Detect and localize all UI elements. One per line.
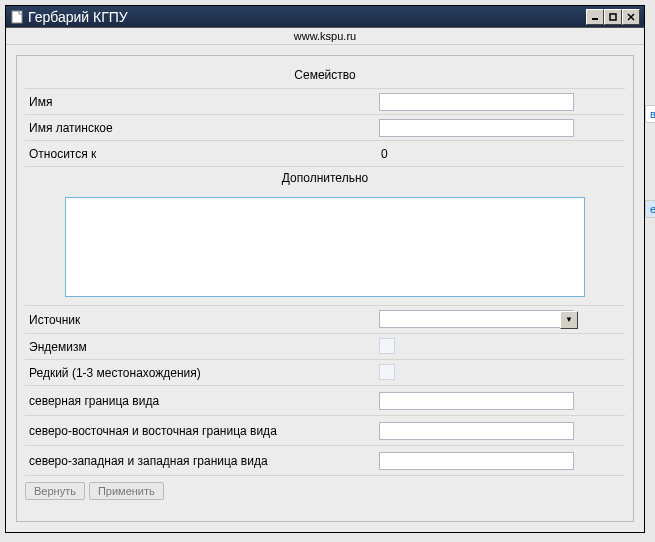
value-belongs: 0 xyxy=(379,147,388,161)
label-northeast: северо-восточная и восточная граница вид… xyxy=(25,424,375,438)
row-north: северная граница вида xyxy=(25,386,625,416)
input-name[interactable] xyxy=(379,93,574,111)
app-window: Гербарий КГПУ www.kspu.ru Семейство Имя … xyxy=(5,5,645,533)
minimize-button[interactable] xyxy=(586,9,604,25)
label-north: северная граница вида xyxy=(25,394,375,408)
row-endemism: Эндемизм xyxy=(25,334,625,360)
section-header-additional: Дополнительно xyxy=(25,167,625,191)
background-fragment: ва xyxy=(645,105,655,123)
row-northwest: северо-западная и западная граница вида xyxy=(25,446,625,476)
subtitle-bar: www.kspu.ru xyxy=(6,28,644,45)
checkbox-endemism[interactable] xyxy=(379,338,395,354)
label-name: Имя xyxy=(25,95,375,109)
section-header-family: Семейство xyxy=(25,64,625,89)
row-belongs: Относится к 0 xyxy=(25,141,625,167)
input-north[interactable] xyxy=(379,392,574,410)
textarea-additional[interactable] xyxy=(65,197,585,297)
form-frame: Семейство Имя Имя латинское Относится к … xyxy=(16,55,634,522)
label-rare: Редкий (1-3 местонахождения) xyxy=(25,366,375,380)
label-source: Источник xyxy=(25,313,375,327)
input-northeast[interactable] xyxy=(379,422,574,440)
window-controls xyxy=(586,9,640,25)
revert-button[interactable]: Вернуть xyxy=(25,482,85,500)
checkbox-rare[interactable] xyxy=(379,364,395,380)
input-northwest[interactable] xyxy=(379,452,574,470)
label-endemism: Эндемизм xyxy=(25,340,375,354)
chevron-down-icon[interactable]: ▼ xyxy=(560,311,578,329)
form-container: Семейство Имя Имя латинское Относится к … xyxy=(6,45,644,532)
row-additional xyxy=(25,191,625,306)
window-title: Гербарий КГПУ xyxy=(28,9,586,25)
background-fragment: ен xyxy=(645,200,655,218)
row-northeast: северо-восточная и восточная граница вид… xyxy=(25,416,625,446)
document-icon xyxy=(10,10,24,24)
label-northwest: северо-западная и западная граница вида xyxy=(25,454,375,468)
row-latin: Имя латинское xyxy=(25,115,625,141)
close-button[interactable] xyxy=(622,9,640,25)
label-latin: Имя латинское xyxy=(25,121,375,135)
label-belongs: Относится к xyxy=(25,147,375,161)
form-actions: Вернуть Применить xyxy=(25,476,625,500)
apply-button[interactable]: Применить xyxy=(89,482,164,500)
input-latin[interactable] xyxy=(379,119,574,137)
row-rare: Редкий (1-3 местонахождения) xyxy=(25,360,625,386)
maximize-button[interactable] xyxy=(604,9,622,25)
svg-rect-0 xyxy=(12,11,22,23)
row-name: Имя xyxy=(25,89,625,115)
row-source: Источник ▼ xyxy=(25,306,625,334)
select-source[interactable]: ▼ xyxy=(379,310,579,330)
select-source-input[interactable] xyxy=(379,310,574,328)
svg-rect-2 xyxy=(610,14,616,20)
titlebar: Гербарий КГПУ xyxy=(6,6,644,28)
